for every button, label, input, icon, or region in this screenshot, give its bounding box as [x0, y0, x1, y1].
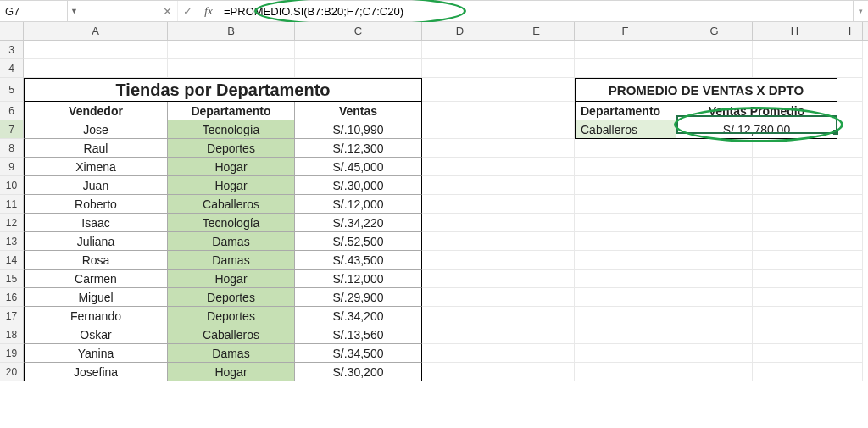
cell[interactable] [422, 139, 498, 158]
cell[interactable] [753, 288, 837, 307]
table1-ventas[interactable]: S/.34,220 [295, 214, 422, 232]
table1-departamento[interactable]: Deportes [168, 307, 295, 325]
table1-vendedor[interactable]: Miguel [24, 288, 168, 307]
cell[interactable] [676, 59, 753, 78]
table2-departamento-value[interactable]: Caballeros [575, 120, 676, 139]
cell[interactable] [498, 59, 575, 78]
col-header-H[interactable]: H [753, 22, 837, 40]
row-header-16[interactable]: 16 [0, 288, 24, 307]
table1-departamento[interactable]: Caballeros [168, 195, 295, 214]
cell[interactable] [498, 251, 575, 270]
table1-departamento[interactable]: Tecnología [168, 214, 295, 232]
cell[interactable] [837, 195, 863, 214]
cell[interactable] [837, 232, 863, 251]
table1-departamento[interactable]: Deportes [168, 139, 295, 158]
cell[interactable] [837, 41, 863, 59]
cell[interactable] [753, 325, 837, 344]
cell[interactable] [422, 251, 498, 270]
row-header-11[interactable]: 11 [0, 195, 24, 214]
cell[interactable] [837, 344, 863, 363]
cell[interactable] [837, 288, 863, 307]
fx-icon[interactable]: fx [198, 4, 219, 18]
expand-formula-icon[interactable]: ▾ [853, 1, 868, 21]
cell[interactable] [753, 176, 837, 195]
cell[interactable] [498, 120, 575, 139]
name-box-dropdown[interactable]: ▼ [68, 1, 81, 21]
table1-departamento[interactable]: Hogar [168, 270, 295, 288]
table1-vendedor[interactable]: Ximena [24, 158, 168, 176]
cell[interactable] [837, 78, 863, 102]
row-header-7[interactable]: 7 [0, 120, 24, 139]
cell[interactable] [575, 232, 676, 251]
row-header-4[interactable]: 4 [0, 59, 24, 78]
cell[interactable] [575, 325, 676, 344]
cell[interactable] [753, 41, 837, 59]
table1-vendedor[interactable]: Juan [24, 176, 168, 195]
cell[interactable] [753, 307, 837, 325]
table1-vendedor[interactable]: Isaac [24, 214, 168, 232]
cell[interactable] [837, 325, 863, 344]
cell[interactable] [422, 307, 498, 325]
table1-ventas[interactable]: S/.30,000 [295, 176, 422, 195]
cell[interactable] [676, 139, 753, 158]
cell[interactable] [498, 307, 575, 325]
cell[interactable] [753, 158, 837, 176]
col-header-D[interactable]: D [422, 22, 498, 40]
cell[interactable] [422, 270, 498, 288]
cell[interactable] [753, 270, 837, 288]
row-header-8[interactable]: 8 [0, 139, 24, 158]
table1-vendedor[interactable]: Carmen [24, 270, 168, 288]
cell[interactable] [575, 251, 676, 270]
cell[interactable] [168, 59, 295, 78]
col-header-C[interactable]: C [295, 22, 422, 40]
col-header-A[interactable]: A [24, 22, 168, 40]
cell[interactable] [422, 120, 498, 139]
cell[interactable] [295, 41, 422, 59]
row-header-12[interactable]: 12 [0, 214, 24, 232]
cell[interactable] [753, 139, 837, 158]
table1-ventas[interactable]: S/.13,560 [295, 325, 422, 344]
cell[interactable] [575, 307, 676, 325]
row-header-9[interactable]: 9 [0, 158, 24, 176]
cell[interactable] [676, 176, 753, 195]
cell[interactable] [676, 325, 753, 344]
cell[interactable] [575, 214, 676, 232]
cell[interactable] [575, 270, 676, 288]
table1-departamento[interactable]: Caballeros [168, 325, 295, 344]
table1-ventas[interactable]: S/.43,500 [295, 251, 422, 270]
cancel-icon[interactable]: ✕ [158, 1, 178, 21]
table1-departamento[interactable]: Damas [168, 251, 295, 270]
cell[interactable] [575, 176, 676, 195]
cell[interactable] [498, 41, 575, 59]
table1-ventas[interactable]: S/.30,200 [295, 363, 422, 381]
cell[interactable] [676, 232, 753, 251]
cell[interactable] [422, 78, 498, 102]
table1-ventas[interactable]: S/.52,500 [295, 232, 422, 251]
confirm-icon[interactable]: ✓ [178, 1, 198, 21]
cell[interactable] [753, 59, 837, 78]
row-header-20[interactable]: 20 [0, 363, 24, 381]
row-header-14[interactable]: 14 [0, 251, 24, 270]
cell[interactable] [837, 158, 863, 176]
cell[interactable] [575, 195, 676, 214]
cell[interactable] [575, 139, 676, 158]
formula-input[interactable] [219, 1, 853, 21]
cell[interactable] [837, 102, 863, 120]
cell[interactable] [168, 41, 295, 59]
row-header-6[interactable]: 6 [0, 102, 24, 120]
cell[interactable] [422, 325, 498, 344]
cell[interactable] [676, 214, 753, 232]
cell[interactable] [498, 214, 575, 232]
cell[interactable] [753, 251, 837, 270]
cell[interactable] [498, 232, 575, 251]
table1-ventas[interactable]: S/.34,200 [295, 307, 422, 325]
row-header-10[interactable]: 10 [0, 176, 24, 195]
cell[interactable] [295, 59, 422, 78]
cell[interactable] [837, 251, 863, 270]
cell[interactable] [498, 102, 575, 120]
cell[interactable] [422, 102, 498, 120]
cell[interactable] [837, 59, 863, 78]
cell[interactable] [422, 344, 498, 363]
cell[interactable] [753, 344, 837, 363]
cell[interactable] [422, 176, 498, 195]
